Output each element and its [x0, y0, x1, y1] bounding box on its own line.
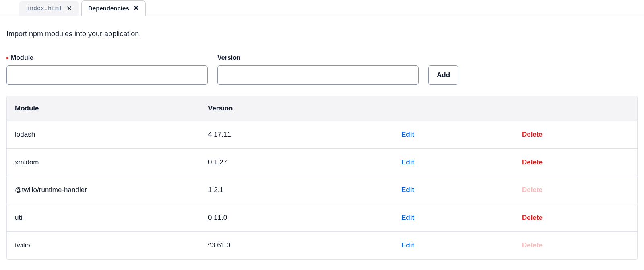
- cell-module: util: [7, 214, 200, 222]
- close-icon[interactable]: ✕: [133, 5, 139, 12]
- cell-module: twilio: [7, 241, 200, 250]
- table-row: lodash4.17.11EditDelete: [7, 121, 637, 149]
- cell-delete: Delete: [514, 186, 637, 194]
- delete-button[interactable]: Delete: [522, 214, 543, 221]
- delete-button: Delete: [522, 241, 543, 249]
- cell-module: @twilio/runtime-handler: [7, 186, 200, 194]
- delete-button: Delete: [522, 186, 543, 194]
- content-area: Import npm modules into your application…: [0, 16, 644, 260]
- cell-edit: Edit: [393, 241, 514, 250]
- module-label-text: Module: [11, 54, 33, 61]
- cell-version: 4.17.11: [200, 131, 393, 139]
- cell-module: lodash: [7, 131, 200, 139]
- table-header: Module Version: [7, 96, 637, 121]
- module-field-group: Module: [6, 54, 208, 85]
- edit-button[interactable]: Edit: [401, 131, 414, 138]
- version-input[interactable]: [217, 65, 419, 85]
- page-description: Import npm modules into your application…: [6, 30, 638, 38]
- table-row: twilio^3.61.0EditDelete: [7, 232, 637, 259]
- tab-label: Dependencies: [88, 5, 129, 12]
- tab-index-html[interactable]: index.html ✕: [19, 1, 79, 16]
- cell-edit: Edit: [393, 131, 514, 139]
- dependencies-table: Module Version lodash4.17.11EditDeletexm…: [6, 96, 638, 260]
- cell-delete: Delete: [514, 214, 637, 222]
- cell-delete: Delete: [514, 158, 637, 166]
- header-edit: [393, 104, 514, 112]
- tab-bar: index.html ✕ Dependencies ✕: [0, 0, 644, 16]
- tab-dependencies[interactable]: Dependencies ✕: [81, 0, 146, 16]
- cell-version: 0.1.27: [200, 158, 393, 166]
- table-row: @twilio/runtime-handler1.2.1EditDelete: [7, 176, 637, 204]
- cell-edit: Edit: [393, 186, 514, 194]
- version-label-text: Version: [217, 54, 241, 61]
- header-version: Version: [200, 104, 393, 112]
- module-label: Module: [6, 54, 208, 61]
- version-label: Version: [217, 54, 419, 61]
- header-delete: [514, 104, 637, 112]
- edit-button[interactable]: Edit: [401, 158, 414, 166]
- header-module: Module: [7, 104, 200, 112]
- delete-button[interactable]: Delete: [522, 131, 543, 138]
- cell-delete: Delete: [514, 131, 637, 139]
- required-dot-icon: [6, 57, 8, 59]
- cell-version: 0.11.0: [200, 214, 393, 222]
- table-row: util0.11.0EditDelete: [7, 204, 637, 232]
- cell-version: 1.2.1: [200, 186, 393, 194]
- tab-label: index.html: [26, 5, 62, 12]
- edit-button[interactable]: Edit: [401, 186, 414, 194]
- add-button[interactable]: Add: [428, 65, 458, 85]
- add-dependency-form: Module Version Add: [6, 54, 638, 85]
- cell-version: ^3.61.0: [200, 241, 393, 250]
- cell-delete: Delete: [514, 241, 637, 250]
- edit-button[interactable]: Edit: [401, 214, 414, 221]
- delete-button[interactable]: Delete: [522, 158, 543, 166]
- cell-edit: Edit: [393, 214, 514, 222]
- close-icon[interactable]: ✕: [66, 5, 72, 12]
- cell-edit: Edit: [393, 158, 514, 166]
- module-input[interactable]: [6, 65, 208, 85]
- table-row: xmldom0.1.27EditDelete: [7, 149, 637, 176]
- version-field-group: Version: [217, 54, 419, 85]
- edit-button[interactable]: Edit: [401, 241, 414, 249]
- cell-module: xmldom: [7, 158, 200, 166]
